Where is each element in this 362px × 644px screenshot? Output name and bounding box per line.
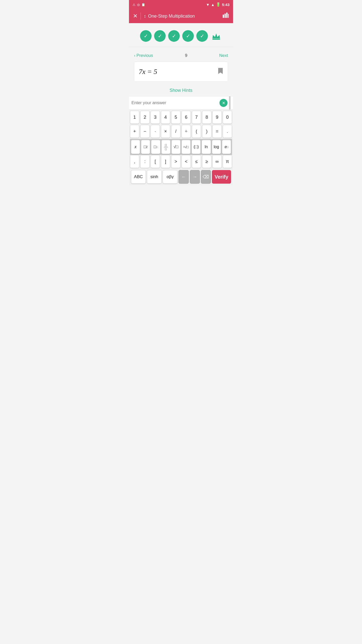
key-log[interactable]: log — [212, 140, 221, 154]
abc-label: ABC — [134, 174, 143, 179]
top-bar: ✕ ↕ One-Step Multiplication — [129, 9, 233, 23]
svg-rect-4 — [212, 39, 220, 40]
title-text: One-Step Multiplication — [148, 14, 195, 19]
key-colon[interactable]: : — [140, 155, 150, 168]
key-comma[interactable]: , — [130, 155, 139, 168]
svg-rect-0 — [223, 15, 224, 18]
section-divider — [129, 47, 233, 47]
key-plus[interactable]: + — [130, 125, 139, 138]
key-infinity[interactable]: ∞ — [212, 155, 222, 168]
warning-icon: ⚠ — [132, 3, 135, 7]
key-paren-box[interactable]: (□) — [192, 140, 201, 154]
progress-check-5: ✓ — [196, 30, 208, 42]
key-open-paren[interactable]: ( — [192, 125, 201, 138]
progress-check-1: ✓ — [140, 30, 152, 42]
verify-button[interactable]: Verify — [212, 170, 231, 184]
key-minus[interactable]: − — [140, 125, 150, 138]
key-7[interactable]: 7 — [192, 111, 201, 124]
clear-icon: ✕ — [222, 101, 225, 105]
key-bracket-close[interactable]: ] — [161, 155, 170, 168]
key-pi[interactable]: π — [223, 155, 232, 168]
backspace-button[interactable]: ⌫ — [201, 170, 211, 184]
key-close-paren[interactable]: ) — [202, 125, 211, 138]
key-ln[interactable]: ln — [202, 140, 211, 154]
key-8[interactable]: 8 — [202, 111, 211, 124]
greek-button[interactable]: αβγ — [163, 170, 177, 184]
page-number: 9 — [185, 53, 187, 58]
key-bracket-open[interactable]: [ — [151, 155, 160, 168]
svg-rect-1 — [224, 14, 226, 18]
status-bar: ⚠ ◎ 📋 ▼ ▲ 🔋 5:43 — [129, 0, 233, 9]
prev-button[interactable]: ‹ Previous — [134, 53, 153, 58]
key-fraction[interactable]: □ □ — [161, 140, 170, 154]
sinh-label: sinh — [150, 174, 158, 179]
key-2[interactable]: 2 — [140, 111, 150, 124]
status-icons-left: ⚠ ◎ 📋 — [132, 3, 145, 7]
key-6[interactable]: 6 — [182, 111, 191, 124]
math-row: x □2 □□ □ □ √□ n√□ (□) ln log e□ — [130, 139, 232, 155]
nav-row: ‹ Previous 9 Next — [129, 50, 233, 62]
close-button[interactable]: ✕ — [133, 13, 138, 19]
verify-label: Verify — [215, 174, 228, 180]
chevron-left-icon: ‹ — [134, 53, 135, 58]
key-sqrt[interactable]: √□ — [171, 140, 180, 154]
keyboard: 1 2 3 4 5 6 7 8 9 0 + − · × / ÷ ( ) = . … — [129, 110, 233, 185]
divider — [141, 13, 141, 20]
key-9[interactable]: 9 — [212, 111, 222, 124]
key-equals[interactable]: = — [212, 125, 222, 138]
backspace-icon: ⌫ — [203, 174, 209, 180]
question-math: 7x = 5 — [139, 68, 157, 76]
clock: 5:43 — [222, 3, 230, 7]
clear-button[interactable]: ✕ — [219, 99, 228, 107]
circle-dots-icon: ◎ — [137, 3, 140, 7]
stats-button[interactable] — [222, 13, 229, 20]
wifi-icon: ▼ — [206, 3, 210, 7]
progress-section: ✓ ✓ ✓ ✓ ✓ — [129, 23, 233, 47]
status-right: ▼ ▲ 🔋 5:43 — [206, 2, 230, 7]
key-nthroot[interactable]: n√□ — [182, 140, 191, 154]
arrow-left-button[interactable]: ← — [178, 170, 189, 184]
key-dot-mid[interactable]: · — [151, 125, 160, 138]
key-power[interactable]: □□ — [151, 140, 160, 154]
abc-button[interactable]: ABC — [131, 170, 146, 184]
operator-row: + − · × / ÷ ( ) = . — [130, 125, 232, 138]
key-leq[interactable]: ≤ — [192, 155, 201, 168]
battery-icon: 🔋 — [216, 2, 221, 7]
question-box: 7x = 5 — [134, 62, 228, 82]
number-row: 1 2 3 4 5 6 7 8 9 0 — [130, 111, 232, 124]
sort-icon: ↕ — [144, 14, 146, 19]
arrow-right-icon: → — [193, 174, 197, 180]
arrow-right-button[interactable]: → — [190, 170, 200, 184]
key-0[interactable]: 0 — [223, 111, 232, 124]
key-exp[interactable]: e□ — [222, 140, 231, 154]
key-times[interactable]: × — [161, 125, 170, 138]
greek-label: αβγ — [167, 174, 174, 179]
clipboard-icon: 📋 — [141, 3, 145, 7]
svg-rect-2 — [226, 13, 228, 18]
key-greater[interactable]: > — [171, 155, 180, 168]
key-4[interactable]: 4 — [161, 111, 170, 124]
key-period[interactable]: . — [223, 125, 232, 138]
progress-crown — [210, 30, 222, 42]
progress-check-3: ✓ — [168, 30, 180, 42]
arrow-left-icon: ← — [182, 174, 186, 180]
key-3[interactable]: 3 — [151, 111, 160, 124]
key-5[interactable]: 5 — [171, 111, 180, 124]
key-less[interactable]: < — [182, 155, 191, 168]
key-square[interactable]: □2 — [141, 140, 150, 154]
bottom-row: ABC sinh αβγ ← → ⌫ Verify — [130, 169, 232, 185]
progress-check-4: ✓ — [182, 30, 194, 42]
key-divide[interactable]: ÷ — [182, 125, 191, 138]
scrollbar — [229, 96, 231, 110]
next-button[interactable]: Next — [219, 53, 228, 58]
sinh-button[interactable]: sinh — [147, 170, 162, 184]
show-hints-button[interactable]: Show Hints — [129, 85, 233, 96]
answer-input-row: ✕ — [129, 96, 233, 110]
key-geq[interactable]: ≥ — [202, 155, 211, 168]
answer-input[interactable] — [131, 100, 219, 105]
key-x[interactable]: x — [131, 140, 140, 154]
bookmark-button[interactable] — [218, 67, 223, 76]
key-1[interactable]: 1 — [130, 111, 139, 124]
progress-check-2: ✓ — [154, 30, 166, 42]
key-slash[interactable]: / — [171, 125, 180, 138]
